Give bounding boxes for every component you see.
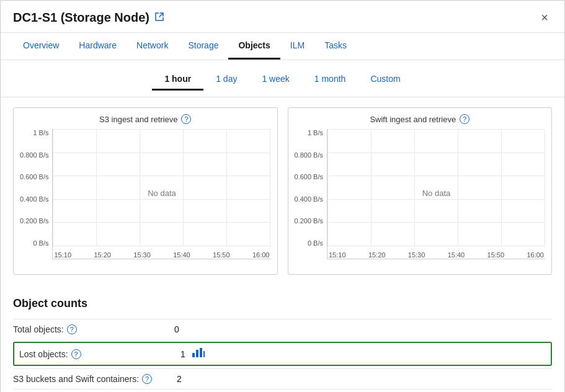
tab-ilm[interactable]: ILM: [280, 33, 314, 60]
swift-chart-title-text: Swift ingest and retrieve: [370, 115, 456, 124]
y-label-0: 1 B/s: [295, 129, 323, 136]
lost-objects-text: Lost objects:: [19, 349, 68, 359]
total-objects-row: Total objects: ? 0: [13, 319, 552, 339]
svg-rect-0: [192, 353, 195, 357]
tab-storage[interactable]: Storage: [178, 33, 228, 60]
time-tab-1hour[interactable]: 1 hour: [152, 69, 203, 91]
s3-x-axis: 15:10 15:20 15:30 15:40 15:50 16:00: [53, 251, 270, 259]
x-label: 15:20: [368, 251, 386, 259]
s3-chart-title: S3 ingest and retrieve ?: [20, 114, 271, 124]
s3-grid-verticals: [53, 129, 270, 246]
total-objects-label: Total objects: ?: [13, 324, 149, 334]
grid-v-line: [96, 129, 97, 246]
y-label-0: 1 B/s: [20, 129, 48, 136]
x-label: 15:50: [213, 251, 230, 259]
x-label: 15:30: [133, 251, 151, 259]
grid-v-line: [327, 129, 328, 246]
grid-v-line: [458, 129, 458, 246]
object-counts-section: Object counts Total objects: ? 0 Lost ob…: [1, 285, 564, 392]
time-tabs: 1 hour 1 day 1 week 1 month Custom: [1, 60, 564, 97]
grid-v-line: [371, 129, 371, 246]
grid-v-line: [545, 129, 545, 246]
x-label: 16:00: [527, 251, 544, 259]
x-label: 15:30: [408, 251, 425, 259]
y-label-4: 0.200 B/s: [20, 217, 48, 225]
lost-objects-help-icon[interactable]: ?: [71, 349, 81, 359]
swift-chart-container: Swift ingest and retrieve ? 1 B/s 0.800 …: [288, 107, 553, 275]
time-tab-1month[interactable]: 1 month: [302, 69, 358, 91]
grid-v-line: [226, 129, 227, 246]
y-label-3: 0.400 B/s: [20, 195, 48, 203]
lost-objects-chart-icon[interactable]: [192, 347, 205, 361]
x-label: 15:20: [94, 251, 111, 259]
svg-rect-2: [200, 348, 202, 357]
tab-network[interactable]: Network: [127, 33, 178, 60]
swift-x-axis: 15:10 15:20 15:30 15:40 15:50 16:00: [327, 251, 545, 259]
x-label: 15:50: [487, 251, 505, 259]
s3-buckets-label: S3 buckets and Swift containers: ?: [13, 374, 152, 384]
tab-hardware[interactable]: Hardware: [69, 33, 127, 60]
s3-buckets-help-icon[interactable]: ?: [142, 374, 152, 384]
s3-help-icon[interactable]: ?: [181, 114, 191, 124]
y-label-2: 0.600 B/s: [295, 173, 323, 180]
total-objects-help-icon[interactable]: ?: [67, 324, 77, 334]
modal-header: DC1-S1 (Storage Node) ×: [1, 1, 564, 33]
y-label-5: 0 B/s: [20, 239, 48, 247]
grid-v-line: [414, 129, 415, 246]
lost-objects-value: 1: [180, 349, 185, 359]
nav-tabs: Overview Hardware Network Storage Object…: [1, 33, 564, 60]
time-tab-1week[interactable]: 1 week: [249, 69, 301, 91]
swift-no-data: No data: [422, 189, 451, 198]
object-counts-title: Object counts: [13, 297, 552, 310]
s3-buckets-row: S3 buckets and Swift containers: ? 2: [13, 368, 552, 390]
s3-chart-container: S3 ingest and retrieve ? 1 B/s 0.800 B/s…: [13, 107, 278, 275]
x-label: 15:40: [173, 251, 190, 259]
s3-y-axis: 1 B/s 0.800 B/s 0.600 B/s 0.400 B/s 0.20…: [20, 129, 52, 259]
s3-buckets-text: S3 buckets and Swift containers:: [13, 374, 139, 384]
lost-objects-label: Lost objects: ?: [19, 349, 156, 359]
time-tab-custom[interactable]: Custom: [358, 69, 412, 91]
grid-v-line: [183, 129, 184, 246]
title-text: DC1-S1 (Storage Node): [13, 11, 149, 25]
x-label: 15:10: [54, 251, 71, 259]
tab-objects[interactable]: Objects: [228, 33, 280, 60]
swift-help-icon[interactable]: ?: [460, 114, 469, 124]
x-label: 15:10: [329, 251, 346, 259]
y-label-2: 0.600 B/s: [20, 173, 48, 180]
lost-objects-row: Lost objects: ? 1: [13, 342, 552, 366]
s3-buckets-value: 2: [177, 374, 182, 384]
close-button[interactable]: ×: [537, 9, 552, 26]
svg-rect-3: [203, 351, 205, 357]
tab-tasks[interactable]: Tasks: [314, 33, 357, 60]
swift-grid-verticals: [327, 129, 545, 246]
s3-chart-title-text: S3 ingest and retrieve: [99, 115, 177, 124]
time-tab-1day[interactable]: 1 day: [203, 69, 249, 91]
swift-chart-inner: No data 15:10 15:20 15:30 15:40 15:50 16…: [327, 129, 545, 259]
grid-v-line: [140, 129, 140, 246]
y-label-5: 0 B/s: [295, 239, 323, 247]
grid-v-line: [501, 129, 502, 246]
swift-chart-title: Swift ingest and retrieve ?: [295, 114, 546, 124]
external-link-icon[interactable]: [154, 12, 164, 24]
s3-chart-inner: No data 15:10 15:20 15:30 15:40 15:50 16…: [52, 129, 270, 259]
total-objects-value: 0: [174, 324, 179, 334]
y-label-4: 0.200 B/s: [295, 217, 323, 225]
modal-title: DC1-S1 (Storage Node): [13, 11, 164, 25]
y-label-1: 0.800 B/s: [295, 151, 323, 159]
tab-overview[interactable]: Overview: [13, 33, 69, 60]
x-label: 16:00: [252, 251, 270, 259]
s3-chart-area: 1 B/s 0.800 B/s 0.600 B/s 0.400 B/s 0.20…: [20, 129, 271, 259]
total-objects-text: Total objects:: [13, 324, 64, 334]
grid-v-line: [270, 129, 270, 246]
swift-chart-area: 1 B/s 0.800 B/s 0.600 B/s 0.400 B/s 0.20…: [295, 129, 546, 259]
charts-row: S3 ingest and retrieve ? 1 B/s 0.800 B/s…: [1, 97, 564, 285]
x-label: 15:40: [448, 251, 465, 259]
modal-container: DC1-S1 (Storage Node) × Overview Hardwar…: [0, 0, 565, 392]
s3-no-data: No data: [148, 189, 176, 198]
grid-v-line: [53, 129, 53, 246]
swift-y-axis: 1 B/s 0.800 B/s 0.600 B/s 0.400 B/s 0.20…: [295, 129, 327, 259]
y-label-1: 0.800 B/s: [20, 151, 48, 159]
svg-rect-1: [196, 350, 198, 357]
y-label-3: 0.400 B/s: [295, 195, 323, 203]
